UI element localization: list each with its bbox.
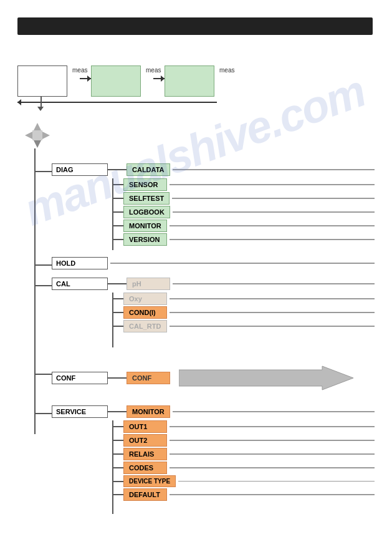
diag-logbook-row: LOGBOOK [112, 206, 375, 218]
svg-rect-4 [32, 130, 42, 140]
hold-section: HOLD [17, 257, 375, 269]
service-out2-row: OUT2 [112, 434, 375, 447]
flow-back-arrow [17, 102, 217, 103]
service-tag-codes[interactable]: CODES [123, 462, 167, 474]
flow-arrow-1 [80, 78, 91, 79]
devicetype-line [178, 481, 375, 482]
rtd-line [170, 326, 375, 327]
hold-line [110, 263, 375, 264]
cal-rtd-row: CAL_RTD [112, 320, 375, 332]
cal-subvert [112, 293, 113, 347]
conf-horiz-connector [34, 374, 52, 375]
cal-section: CAL pH [17, 278, 375, 290]
monitor-line [170, 225, 375, 226]
cal-subitems: Oxy COND(I) CAL_RTD [17, 293, 375, 332]
cond-line [170, 312, 375, 313]
conf-label: CONF [52, 372, 108, 384]
service-tag-out1[interactable]: OUT1 [123, 420, 167, 433]
cond-horiz [112, 312, 123, 313]
diag-tag-caldata[interactable]: CALDATA [127, 163, 170, 176]
cal-row: CAL pH [52, 278, 375, 290]
service-label: SERVICE [52, 405, 108, 418]
top-bar [17, 17, 373, 35]
out2-horiz [112, 440, 123, 441]
out1-line [170, 426, 375, 427]
default-line [170, 494, 375, 495]
hold-label: HOLD [52, 257, 108, 269]
cal-label: CAL [52, 278, 108, 290]
service-tag-out2[interactable]: OUT2 [123, 434, 167, 447]
cal-horiz-connector [34, 285, 52, 286]
service-row: SERVICE MONITOR [52, 405, 375, 418]
service-tag-monitor[interactable]: MONITOR [127, 405, 170, 418]
service-default-row: DEFAULT [112, 488, 375, 501]
oxy-horiz [112, 298, 123, 299]
service-section: SERVICE MONITOR [17, 405, 375, 418]
svg-marker-3 [42, 132, 50, 139]
svg-marker-5 [179, 366, 353, 390]
relais-line [170, 453, 375, 455]
diag-subitems: SENSOR SELFTEST LOGBOOK MONITOR VERSION [17, 178, 375, 246]
flow-box-green-2 [165, 65, 214, 97]
diag-tag-monitor[interactable]: MONITOR [123, 220, 167, 232]
diag-row: DIAG CALDATA [52, 163, 375, 176]
flow-meas-label-1: meas [72, 67, 87, 74]
service-tag-default[interactable]: DEFAULT [123, 488, 167, 501]
nav-diamond[interactable] [24, 122, 51, 150]
cal-connector [108, 283, 127, 284]
selftest-line [172, 198, 375, 199]
oxy-line [170, 298, 375, 299]
rtd-horiz [112, 326, 123, 327]
version-horiz [112, 239, 123, 240]
relais-horiz [112, 453, 123, 455]
conf-tag[interactable]: CONF [127, 372, 170, 384]
diag-tag-version[interactable]: VERSION [123, 233, 167, 246]
diag-sensor-row: SENSOR [112, 178, 375, 191]
svg-marker-0 [34, 123, 41, 130]
selftest-horiz [112, 198, 123, 199]
cal-tag-oxy: Oxy [123, 293, 167, 305]
conf-row: CONF CONF [52, 365, 375, 391]
service-subitems: OUT1 OUT2 RELAIS CODES DEVICE TYPE DEFAU… [17, 420, 375, 501]
service-line-1 [173, 411, 375, 412]
service-horiz-connector [34, 413, 52, 414]
service-devicetype-row: DEVICE TYPE [112, 475, 375, 487]
cal-tag-cond[interactable]: COND(I) [123, 306, 167, 319]
diag-selftest-row: SELFTEST [112, 192, 375, 205]
flow-box-start [17, 65, 67, 97]
service-relais-row: RELAIS [112, 448, 375, 460]
service-out1-row: OUT1 [112, 420, 375, 433]
conf-arrow-container [179, 365, 375, 391]
diag-tag-sensor[interactable]: SENSOR [123, 178, 167, 191]
diag-label: DIAG [52, 163, 108, 176]
service-tag-relais[interactable]: RELAIS [123, 448, 167, 460]
service-tag-devicetype[interactable]: DEVICE TYPE [123, 475, 176, 487]
diag-tag-selftest[interactable]: SELFTEST [123, 192, 170, 205]
out1-horiz [112, 426, 123, 427]
hold-row: HOLD [52, 257, 375, 269]
diag-section: DIAG CALDATA [17, 163, 375, 177]
flow-box-green-1 [91, 65, 141, 97]
diag-horiz-connector [34, 171, 52, 172]
logbook-horiz [112, 211, 123, 213]
diag-connector [108, 169, 127, 170]
codes-horiz [112, 467, 123, 468]
conf-large-arrow [179, 365, 353, 391]
out2-line [170, 440, 375, 441]
devicetype-horiz [112, 481, 123, 482]
diag-tag-logbook[interactable]: LOGBOOK [123, 206, 170, 218]
logbook-line [173, 211, 375, 213]
conf-section: CONF CONF [17, 365, 375, 391]
cal-tag-rtd: CAL_RTD [123, 320, 167, 332]
cal-tag-ph: pH [127, 278, 170, 290]
service-connector [108, 411, 127, 412]
cal-oxy-row: Oxy [112, 293, 375, 305]
flow-arrow-down [37, 107, 44, 114]
flow-diagram: meas meas meas [17, 59, 279, 106]
diag-subvert [112, 178, 113, 250]
service-subvert [112, 420, 113, 514]
diag-monitor-row: MONITOR [112, 220, 375, 232]
flow-meas-label-2: meas [146, 67, 161, 74]
cal-cond-row: COND(I) [112, 306, 375, 319]
sensor-line [170, 184, 375, 185]
